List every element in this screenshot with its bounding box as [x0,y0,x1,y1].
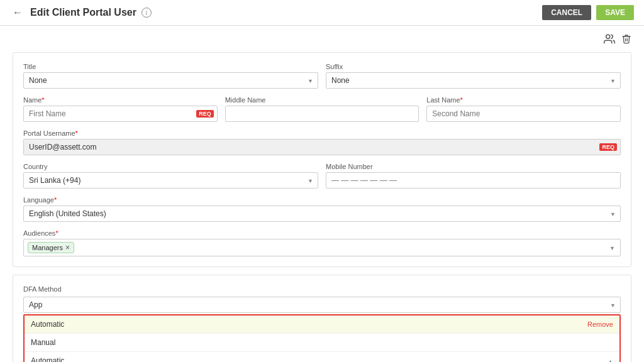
country-select-wrapper: Sri Lanka (+94) [23,172,318,189]
dropdown-item-footer: Automatic [25,352,619,362]
title-select[interactable]: None [23,72,318,89]
dfa-section: DFA Method App Automatic Remove Manual A… [13,275,631,362]
dropdown-item-label-automatic: Automatic [31,320,64,329]
language-group: Language* English (United States) [23,196,621,222]
suffix-label: Suffix [326,63,621,70]
portal-username-label: Portal Username* [23,129,621,137]
dropdown-chevron-up-icon [608,356,613,362]
tag-remove-button[interactable]: × [65,243,70,252]
dropdown-item-label-manual: Manual [31,338,55,347]
info-icon[interactable]: i [142,8,152,18]
svg-point-0 [606,35,610,38]
header-left: ← Edit Client Portal User i [10,7,152,18]
audiences-row: Audiences* Managers × [23,229,621,256]
header: ← Edit Client Portal User i CANCEL SAVE [0,0,644,26]
mobile-input[interactable] [326,172,621,189]
suffix-select[interactable]: None [326,72,621,89]
name-label: Name* [23,96,218,104]
delete-icon-button[interactable] [621,33,631,47]
dfa-dropdown-list: Automatic Remove Manual Automatic [23,314,621,362]
header-right: CANCEL SAVE [542,5,634,20]
page-title: Edit Client Portal User [30,7,136,18]
name-input[interactable] [23,106,218,122]
dropdown-item-remove-automatic[interactable]: Remove [587,321,613,328]
mobile-group: Mobile Number [326,163,621,189]
last-name-label: Last Name* [426,96,621,104]
audiences-chevron-icon [609,244,615,251]
dfa-method-select[interactable]: App [23,297,621,313]
middle-name-label: Middle Name [225,96,419,104]
language-label: Language* [23,196,621,204]
language-select[interactable]: English (United States) [23,206,621,222]
country-select[interactable]: Sri Lanka (+94) [23,172,318,189]
country-group: Country Sri Lanka (+94) [23,163,318,189]
mobile-label: Mobile Number [326,163,621,170]
audiences-tag: Managers × [28,242,74,253]
title-select-wrapper: None [23,72,318,89]
suffix-group: Suffix None [326,63,621,89]
middle-name-group: Middle Name [225,96,419,122]
main-form-section: Title None Suffix None [13,52,631,267]
top-icons [13,33,631,47]
middle-name-input[interactable] [225,106,419,122]
portal-username-badge: REQ [599,143,617,151]
language-row: Language* English (United States) [23,196,621,222]
back-button[interactable]: ← [10,7,25,18]
dropdown-item-manual[interactable]: Manual [25,334,619,352]
user-icon-button[interactable] [604,33,615,47]
cancel-button[interactable]: CANCEL [542,5,591,20]
audiences-label: Audiences* [23,229,621,237]
country-label: Country [23,163,318,170]
last-name-group: Last Name* [426,96,621,122]
name-input-wrapper: REQ [23,106,218,122]
title-label: Title [23,63,318,70]
portal-username-row: Portal Username* REQ [23,129,621,155]
content-area: Title None Suffix None [0,26,644,362]
portal-username-input-wrapper: REQ [23,139,621,155]
suffix-select-wrapper: None [326,72,621,89]
dropdown-item-automatic[interactable]: Automatic Remove [25,315,619,334]
name-badge: REQ [196,110,214,118]
country-mobile-row: Country Sri Lanka (+94) Mobile Number [23,163,621,189]
save-button[interactable]: SAVE [596,5,634,20]
name-row: Name* REQ Middle Name Last Name* [23,96,621,122]
portal-username-input[interactable] [23,139,621,155]
dropdown-footer-label: Automatic [31,356,64,362]
title-group: Title None [23,63,318,89]
language-select-wrapper: English (United States) [23,206,621,222]
dfa-select-wrapper: App [23,297,621,313]
last-name-input[interactable] [426,106,621,122]
portal-username-group: Portal Username* REQ [23,129,621,155]
name-group: Name* REQ [23,96,218,122]
dfa-method-label: DFA Method [23,285,621,293]
title-suffix-row: Title None Suffix None [23,63,621,89]
audiences-tag-input[interactable]: Managers × [23,239,621,256]
audiences-group: Audiences* Managers × [23,229,621,256]
